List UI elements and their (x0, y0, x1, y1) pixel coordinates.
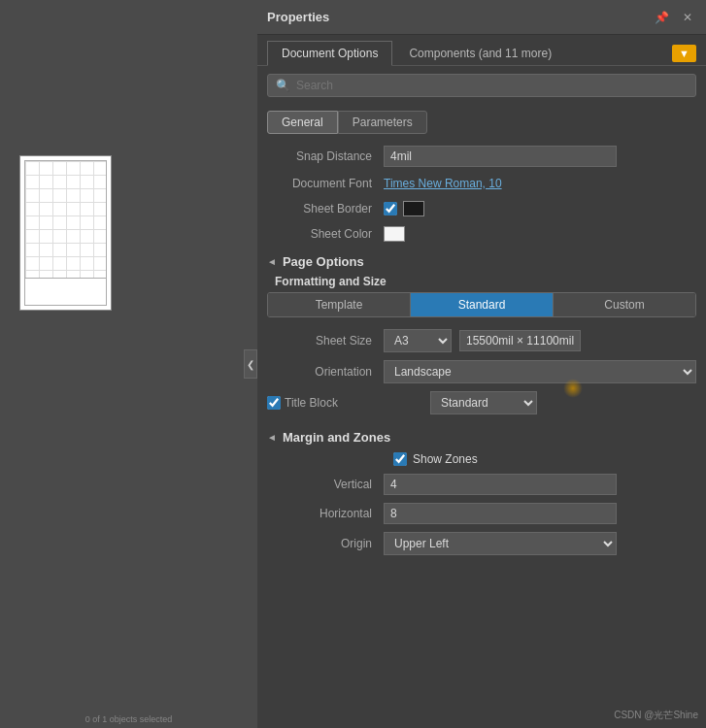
bottom-spacer (267, 559, 696, 598)
sheet-color-swatch[interactable] (384, 226, 405, 242)
document-font-label: Document Font (267, 177, 384, 190)
tab-components[interactable]: Components (and 11 more) (394, 41, 566, 65)
sub-tab-parameters[interactable]: Parameters (338, 111, 427, 134)
snap-distance-input[interactable] (384, 146, 617, 167)
properties-panel: Properties 📌 ✕ Document Options Componen… (257, 0, 706, 728)
origin-select[interactable]: Upper Left Upper Right Lower Left Lower … (384, 532, 617, 555)
sheet-border-row: Sheet Border (267, 196, 696, 221)
show-zones-checkbox[interactable] (393, 452, 407, 466)
header-icons: 📌 ✕ (651, 9, 696, 26)
margin-zones-section: ◄ Margin and Zones Show Zones Vertical H… (267, 422, 696, 559)
orientation-controls: Landscape Portrait (384, 360, 696, 383)
page-options-section: ◄ Page Options (267, 247, 696, 273)
sheet-size-select[interactable]: A3 A0 A1 A2 A4 Letter (384, 329, 452, 352)
document-font-value[interactable]: Times New Roman, 10 (384, 177, 502, 190)
sheet-color-controls (384, 226, 405, 242)
sheet-size-row: Sheet Size A3 A0 A1 A2 A4 Letter 15500mi… (267, 325, 696, 356)
tab-filter: ▼ (672, 45, 696, 62)
sub-tab-general[interactable]: General (267, 111, 338, 134)
margin-arrow-icon: ◄ (267, 432, 277, 443)
canvas-bottom-text: 0 of 1 objects selected (0, 714, 257, 724)
search-input-wrapper: 🔍 (267, 74, 696, 97)
format-tab-custom[interactable]: Custom (554, 293, 695, 316)
panel-content: Snap Distance Document Font Times New Ro… (257, 134, 706, 728)
sheet-size-label: Sheet Size (267, 334, 384, 347)
document-font-row: Document Font Times New Roman, 10 (267, 171, 696, 196)
sheet-border-label: Sheet Border (267, 202, 384, 215)
vertical-input[interactable] (384, 474, 617, 495)
show-zones-row: Show Zones (267, 448, 696, 470)
margin-zones-header: ◄ Margin and Zones (267, 422, 696, 448)
format-tab-template[interactable]: Template (268, 293, 411, 316)
canvas-sheet-inner (24, 160, 107, 306)
search-input[interactable] (296, 79, 688, 92)
sheet-size-controls: A3 A0 A1 A2 A4 Letter 15500mil × 11100mi… (384, 329, 581, 352)
panel-title: Properties (267, 10, 329, 24)
watermark: CSDN @光芒Shine (614, 709, 698, 722)
format-tabs: Template Standard Custom (267, 292, 696, 317)
horizontal-input[interactable] (384, 503, 617, 524)
panel-header: Properties 📌 ✕ (257, 0, 706, 35)
tab-document-options[interactable]: Document Options (267, 41, 392, 66)
origin-row: Origin Upper Left Upper Right Lower Left… (267, 528, 696, 559)
orientation-row: Orientation Landscape Portrait (267, 356, 696, 387)
sheet-border-color-swatch[interactable] (403, 201, 424, 216)
canvas-title-block (25, 278, 106, 305)
sheet-color-row: Sheet Color (267, 221, 696, 247)
horizontal-row: Horizontal (267, 499, 696, 528)
page-options-title: Page Options (283, 254, 364, 269)
snap-distance-label: Snap Distance (267, 149, 384, 163)
format-tab-standard[interactable]: Standard (411, 293, 554, 316)
section-arrow-icon: ◄ (267, 256, 277, 267)
margin-zones-title: Margin and Zones (283, 430, 390, 445)
horizontal-label: Horizontal (267, 507, 384, 520)
show-zones-label: Show Zones (413, 452, 478, 466)
search-bar: 🔍 (257, 66, 706, 105)
search-icon: 🔍 (276, 79, 290, 92)
vertical-row: Vertical (267, 470, 696, 499)
collapse-button[interactable]: ❮ (244, 349, 257, 379)
pin-icon[interactable]: 📌 (651, 9, 673, 26)
snap-distance-row: Snap Distance (267, 142, 696, 171)
sheet-border-controls (384, 201, 424, 216)
sheet-border-checkbox[interactable] (384, 202, 397, 215)
vertical-label: Vertical (267, 478, 384, 491)
title-block-select[interactable]: Standard None (430, 391, 537, 414)
sheet-color-label: Sheet Color (267, 227, 384, 241)
title-block-row: Title Block Standard None (267, 387, 696, 418)
formatting-label: Formatting and Size (267, 273, 696, 292)
orientation-label: Orientation (267, 365, 384, 379)
filter-button[interactable]: ▼ (672, 45, 696, 62)
tab-bar: Document Options Components (and 11 more… (257, 35, 706, 66)
sub-tabs: General Parameters (257, 105, 706, 134)
sheet-dimensions: 15500mil × 11100mil (459, 330, 581, 351)
title-block-label: Title Block (285, 396, 338, 410)
close-icon[interactable]: ✕ (679, 9, 696, 26)
title-block-label-area: Title Block (267, 396, 422, 410)
canvas-area: 0 of 1 objects selected (0, 0, 257, 728)
title-block-checkbox[interactable] (267, 396, 281, 410)
origin-label: Origin (267, 537, 384, 550)
canvas-sheet (19, 155, 112, 311)
orientation-select[interactable]: Landscape Portrait (384, 360, 696, 383)
